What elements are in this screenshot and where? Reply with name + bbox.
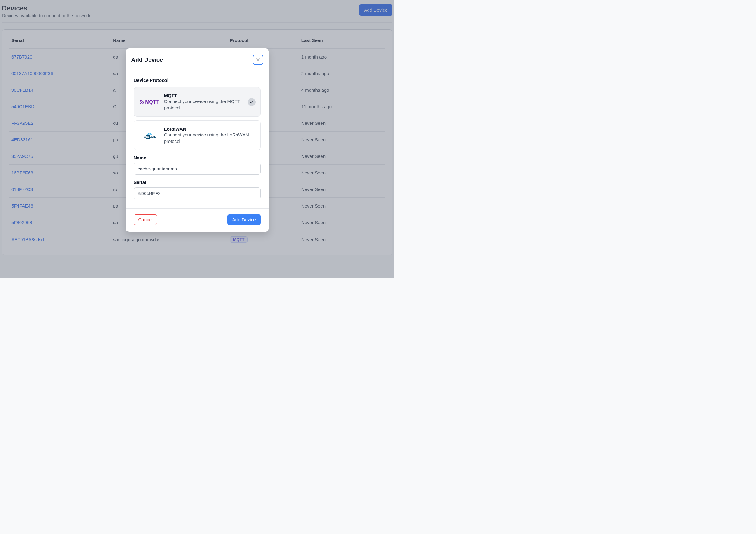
- cancel-button[interactable]: Cancel: [134, 214, 157, 225]
- mqtt-logo-icon: MQTT: [140, 99, 159, 105]
- protocol-title: MQTT: [164, 93, 243, 98]
- name-field-label: Name: [134, 155, 261, 160]
- lorawan-logo-icon: LoRaWAN: [140, 132, 159, 139]
- modal-body: Device Protocol MQTT MQTT Connect your d…: [126, 71, 269, 200]
- protocol-option-lorawan[interactable]: LoRaWAN LoRaWAN Connect your device usin…: [134, 120, 261, 150]
- protocol-desc: Connect your device using the LoRaWAN pr…: [164, 132, 256, 144]
- mqtt-logo-text: MQTT: [145, 99, 158, 105]
- confirm-add-device-button[interactable]: Add Device: [227, 214, 261, 225]
- protocol-option-mqtt[interactable]: MQTT MQTT Connect your device using the …: [134, 87, 261, 117]
- modal-header: Add Device: [126, 48, 269, 71]
- protocol-label: Device Protocol: [134, 78, 261, 83]
- serial-input[interactable]: [134, 187, 261, 199]
- selected-check-icon: [248, 98, 256, 106]
- serial-field-label: Serial: [134, 180, 261, 185]
- add-device-modal: Add Device Device Protocol MQTT MQTT Con…: [126, 48, 269, 232]
- modal-footer: Cancel Add Device: [126, 209, 269, 232]
- name-input[interactable]: [134, 163, 261, 175]
- protocol-text: MQTT Connect your device using the MQTT …: [164, 93, 243, 111]
- protocol-desc: Connect your device using the MQTT proto…: [164, 98, 243, 111]
- svg-point-2: [149, 134, 150, 135]
- protocol-text: LoRaWAN Connect your device using the Lo…: [164, 126, 256, 144]
- close-icon: [256, 57, 260, 62]
- close-button[interactable]: [253, 55, 263, 65]
- modal-title: Add Device: [131, 56, 163, 63]
- protocol-title: LoRaWAN: [164, 126, 256, 132]
